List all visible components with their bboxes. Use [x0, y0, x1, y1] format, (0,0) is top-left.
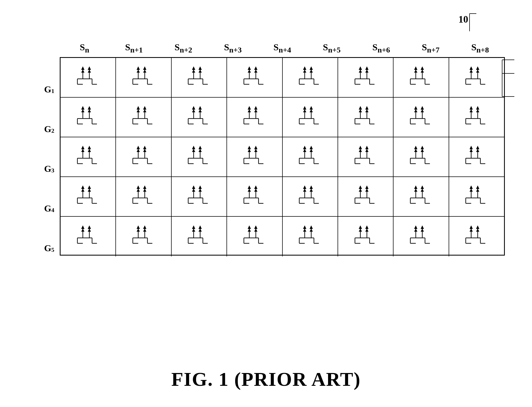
svg-marker-29 — [199, 70, 202, 73]
grid-cell-r2-c5 — [283, 98, 338, 137]
grid-cell-r1-c1 — [61, 58, 116, 97]
svg-marker-301 — [137, 185, 140, 189]
svg-marker-470 — [470, 229, 473, 232]
grid-cell-r2-c7 — [394, 98, 449, 137]
grid-cell-r1-c8 — [449, 58, 504, 97]
transistor-symbol — [297, 224, 323, 249]
svg-marker-469 — [470, 225, 473, 229]
svg-marker-110 — [137, 109, 140, 112]
grid-cell-r4-c6 — [338, 177, 394, 216]
svg-marker-14 — [137, 70, 140, 73]
svg-marker-169 — [414, 106, 417, 110]
transistor-symbol — [75, 184, 101, 209]
transistor-symbol — [297, 65, 323, 90]
svg-marker-145 — [303, 106, 306, 110]
svg-marker-53 — [310, 70, 313, 73]
svg-marker-89 — [476, 70, 479, 73]
svg-marker-113 — [143, 109, 146, 112]
svg-marker-265 — [414, 146, 417, 149]
grid-cell-r3-c8 — [449, 137, 504, 176]
grid-cell-r3-c4 — [227, 137, 282, 176]
svg-marker-38 — [248, 70, 251, 73]
svg-marker-85 — [470, 66, 473, 70]
svg-marker-277 — [470, 146, 473, 149]
transistor-symbol — [242, 224, 267, 249]
svg-marker-185 — [476, 109, 479, 112]
svg-marker-125 — [199, 109, 202, 112]
col-header-sn7: Sn+7 — [406, 42, 455, 54]
svg-marker-401 — [143, 229, 146, 232]
grid-cell-r3-c3 — [172, 137, 227, 176]
svg-marker-338 — [303, 189, 306, 192]
grid-cell-r5-c2 — [116, 217, 171, 256]
grid-cell-r5-c5 — [283, 217, 338, 256]
svg-marker-292 — [88, 185, 91, 189]
grid-cell-r5-c4 — [227, 217, 282, 256]
svg-marker-181 — [470, 106, 473, 110]
grid-cell-r1-c4 — [227, 58, 282, 97]
svg-marker-230 — [248, 149, 251, 152]
grid-row-5 — [61, 217, 504, 256]
grid-cell-r2-c8 — [449, 98, 504, 137]
grid-cell-r3-c6 — [338, 137, 394, 176]
svg-marker-422 — [248, 229, 251, 232]
grid-row-2 — [61, 98, 504, 137]
grid-cell-r5-c1 — [61, 217, 116, 256]
svg-marker-221 — [199, 149, 202, 152]
svg-marker-433 — [303, 225, 306, 229]
svg-marker-362 — [414, 189, 417, 192]
col-header-sn1: Sn+1 — [109, 42, 159, 54]
grid-cell-r2-c3 — [172, 98, 227, 137]
svg-marker-172 — [421, 106, 424, 110]
svg-marker-232 — [254, 146, 257, 149]
svg-marker-37 — [248, 66, 251, 70]
transistor-symbol — [186, 145, 212, 169]
svg-marker-385 — [81, 225, 84, 229]
col-header-sn2: Sn+2 — [159, 42, 208, 54]
svg-marker-149 — [310, 109, 313, 112]
svg-marker-305 — [143, 189, 146, 192]
svg-marker-184 — [476, 106, 479, 110]
ref-10-arrow — [461, 12, 478, 34]
svg-marker-64 — [365, 66, 369, 70]
svg-marker-229 — [248, 146, 251, 149]
transistor-symbol — [75, 145, 101, 169]
svg-marker-28 — [199, 66, 202, 70]
transistor-symbol — [186, 224, 212, 249]
transistor-symbol — [75, 65, 101, 90]
svg-marker-98 — [81, 109, 84, 112]
svg-marker-112 — [143, 106, 146, 110]
svg-marker-293 — [88, 189, 91, 192]
svg-marker-65 — [365, 70, 369, 73]
grid-cell-r1-c2 — [116, 58, 171, 97]
transistor-symbol — [464, 184, 489, 209]
transistor-symbol — [408, 105, 434, 129]
svg-marker-289 — [81, 185, 84, 189]
transistor-symbol — [242, 145, 267, 169]
row-label-g1: G1 — [30, 57, 57, 97]
svg-marker-241 — [303, 146, 306, 149]
grid-row-1 — [61, 58, 504, 98]
svg-marker-400 — [143, 225, 146, 229]
transistor-symbol — [408, 145, 434, 169]
svg-marker-269 — [421, 149, 424, 152]
svg-marker-389 — [88, 229, 91, 232]
svg-marker-317 — [199, 189, 202, 192]
transistor-symbol — [75, 224, 101, 249]
svg-marker-257 — [365, 149, 369, 152]
grid-row-4 — [61, 177, 504, 217]
svg-marker-256 — [365, 146, 369, 149]
main-diagram: 10 Sn Sn+1 Sn+2 Sn+3 Sn+4 Sn+5 Sn+6 Sn+7… — [22, 16, 510, 385]
svg-marker-437 — [310, 229, 313, 232]
grid-cell-r1-c7 — [394, 58, 449, 97]
transistor-symbol — [186, 184, 212, 209]
grid-cell-r2-c4 — [227, 98, 282, 137]
svg-marker-353 — [365, 189, 369, 192]
svg-marker-73 — [414, 66, 417, 70]
svg-marker-193 — [81, 146, 84, 149]
transistor-symbol — [131, 224, 156, 249]
transistor-symbol — [75, 105, 101, 129]
svg-marker-182 — [470, 109, 473, 112]
svg-marker-373 — [470, 185, 473, 189]
row-label-g3: G3 — [30, 136, 57, 176]
